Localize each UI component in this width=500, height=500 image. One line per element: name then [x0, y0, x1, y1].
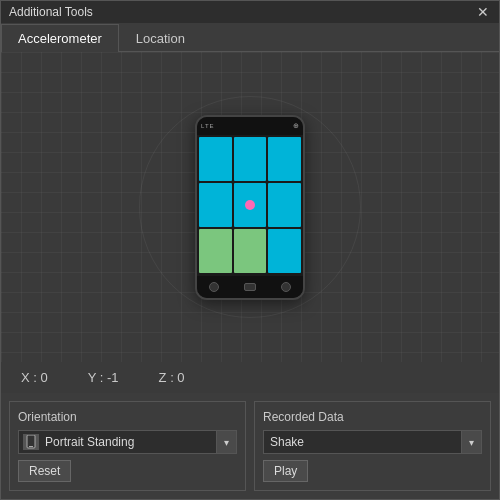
x-value: X : 0 [21, 370, 48, 385]
phone-search-icon: ⊕ [293, 122, 299, 130]
tile-0 [199, 137, 232, 181]
tile-8 [268, 229, 301, 273]
tile-4-dot [234, 183, 267, 227]
recorded-data-panel: Recorded Data Shake ▾ Play [254, 401, 491, 491]
nav-search-btn [281, 282, 291, 292]
bottom-panels: Orientation Portrait Standing ▾ Reset Re… [1, 393, 499, 499]
orientation-selected: Portrait Standing [43, 435, 216, 449]
tab-location[interactable]: Location [119, 24, 202, 52]
recorded-data-selected: Shake [264, 435, 461, 449]
tile-6 [199, 229, 232, 273]
tile-3 [199, 183, 232, 227]
phone-top-bar: LTE ⊕ [197, 117, 303, 135]
accelerometer-values: X : 0 Y : -1 Z : 0 [1, 362, 499, 393]
phone-signal: LTE [201, 123, 215, 129]
tile-7 [234, 229, 267, 273]
tile-5 [268, 183, 301, 227]
recorded-data-select-wrapper[interactable]: Shake ▾ [263, 430, 482, 454]
y-value: Y : -1 [88, 370, 119, 385]
nav-back-btn [209, 282, 219, 292]
title-bar: Additional Tools ✕ [1, 1, 499, 23]
tile-1 [234, 137, 267, 181]
window-title: Additional Tools [9, 5, 93, 19]
phone-area: LTE ⊕ [1, 52, 499, 362]
recorded-data-title: Recorded Data [263, 410, 482, 424]
tile-2 [268, 137, 301, 181]
additional-tools-window: Additional Tools ✕ Accelerometer Locatio… [0, 0, 500, 500]
z-value: Z : 0 [159, 370, 185, 385]
nav-home-btn [244, 283, 256, 291]
orientation-dropdown-arrow[interactable]: ▾ [216, 431, 236, 453]
close-button[interactable]: ✕ [475, 5, 491, 19]
tab-accelerometer[interactable]: Accelerometer [1, 24, 119, 52]
svg-rect-1 [29, 446, 33, 447]
orientation-select-wrapper[interactable]: Portrait Standing ▾ [18, 430, 237, 454]
tabs-container: Accelerometer Location [1, 23, 499, 52]
orientation-panel: Orientation Portrait Standing ▾ Reset [9, 401, 246, 491]
recorded-data-dropdown-arrow[interactable]: ▾ [461, 431, 481, 453]
main-content: LTE ⊕ [1, 52, 499, 499]
phone-screen [197, 135, 303, 276]
phone-mockup: LTE ⊕ [195, 115, 305, 300]
phone-bottom-bar [197, 276, 303, 298]
play-button[interactable]: Play [263, 460, 308, 482]
reset-button[interactable]: Reset [18, 460, 71, 482]
orientation-icon [23, 434, 39, 450]
orientation-title: Orientation [18, 410, 237, 424]
